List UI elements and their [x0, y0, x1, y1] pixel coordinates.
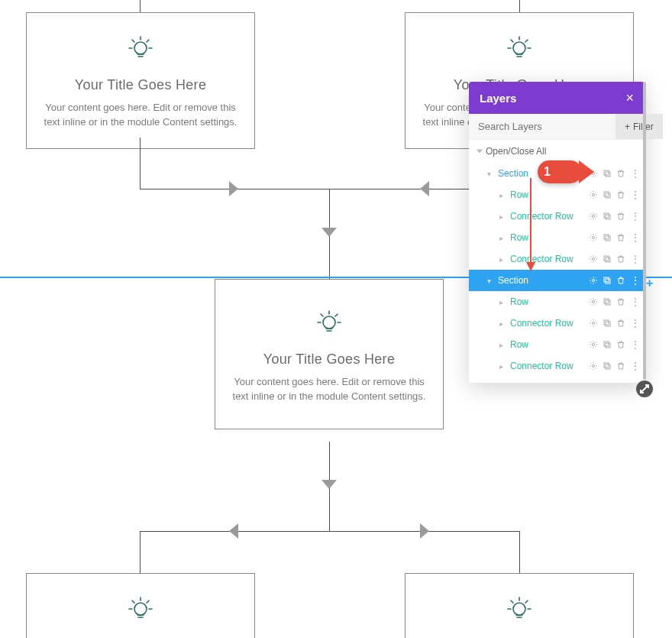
- connector-line: [140, 0, 141, 13]
- lightbulb-icon: [312, 307, 347, 338]
- more-icon[interactable]: ⋮: [630, 189, 640, 200]
- connector-line: [140, 138, 141, 189]
- svg-point-11: [593, 215, 595, 218]
- add-section-button[interactable]: +: [646, 277, 653, 290]
- layer-item-label: Row: [510, 232, 589, 243]
- duplicate-icon[interactable]: [603, 276, 612, 285]
- layer-item[interactable]: ▸Connector Row⋮: [469, 248, 645, 270]
- svg-rect-7: [604, 170, 609, 175]
- caret-right-icon[interactable]: ▸: [499, 191, 507, 199]
- more-icon[interactable]: ⋮: [630, 318, 640, 329]
- blurb-card[interactable]: Your Title Goes Here Your content goes h…: [26, 12, 255, 149]
- more-icon[interactable]: ⋮: [630, 168, 640, 179]
- more-icon[interactable]: ⋮: [630, 275, 640, 286]
- trash-icon[interactable]: [616, 190, 625, 199]
- duplicate-icon[interactable]: [603, 212, 612, 221]
- resize-handle[interactable]: [636, 381, 653, 397]
- layer-item[interactable]: ▾Section⋮: [469, 270, 645, 291]
- layer-item[interactable]: ▸Row⋮: [469, 334, 645, 355]
- trash-icon[interactable]: [616, 297, 625, 306]
- duplicate-icon[interactable]: [603, 254, 612, 264]
- svg-point-32: [593, 365, 595, 368]
- more-icon[interactable]: ⋮: [630, 232, 640, 243]
- layer-item-actions: ⋮: [589, 318, 640, 329]
- svg-point-17: [593, 258, 595, 261]
- svg-point-8: [593, 194, 595, 196]
- builder-canvas[interactable]: Your Title Goes Here Your content goes h…: [0, 0, 672, 638]
- close-icon[interactable]: ×: [625, 91, 634, 105]
- trash-icon[interactable]: [616, 233, 625, 242]
- gear-icon[interactable]: [589, 190, 598, 199]
- layer-item-label: Section: [498, 275, 589, 286]
- open-close-all-label: Open/Close All: [486, 146, 546, 157]
- layers-list: ▾Section⋮▸Row⋮▸Connector Row⋮▸Row⋮▸Conne…: [469, 163, 645, 383]
- gear-icon[interactable]: [589, 319, 598, 328]
- svg-rect-28: [604, 320, 609, 325]
- layer-item[interactable]: ▸Row⋮: [469, 184, 645, 206]
- duplicate-icon[interactable]: [603, 233, 612, 242]
- trash-icon[interactable]: [616, 361, 625, 371]
- trash-icon[interactable]: [616, 276, 625, 285]
- svg-point-29: [593, 344, 595, 346]
- trash-icon[interactable]: [616, 340, 625, 349]
- caret-right-icon[interactable]: ▸: [499, 341, 507, 349]
- gear-icon[interactable]: [589, 340, 598, 349]
- more-icon[interactable]: ⋮: [630, 211, 640, 222]
- search-input[interactable]: [469, 114, 615, 139]
- duplicate-icon[interactable]: [603, 361, 612, 371]
- blurb-content: Your content goes here. Edit or remove t…: [229, 375, 429, 404]
- trash-icon[interactable]: [616, 169, 625, 178]
- gear-icon[interactable]: [589, 212, 598, 221]
- duplicate-icon[interactable]: [603, 297, 612, 306]
- filter-button[interactable]: + Filter: [615, 114, 663, 139]
- more-icon[interactable]: ⋮: [630, 339, 640, 350]
- blurb-card[interactable]: Your Title Goes Here Your content goes h…: [215, 279, 444, 429]
- duplicate-icon[interactable]: [603, 169, 612, 178]
- caret-right-icon[interactable]: ▸: [499, 298, 507, 306]
- layer-item-actions: ⋮: [589, 189, 640, 200]
- svg-rect-30: [606, 343, 610, 348]
- duplicate-icon[interactable]: [603, 340, 612, 349]
- duplicate-icon[interactable]: [603, 319, 612, 328]
- caret-down-icon[interactable]: ▾: [487, 277, 495, 285]
- trash-icon[interactable]: [616, 212, 625, 221]
- blurb-card[interactable]: [405, 573, 634, 638]
- more-icon[interactable]: ⋮: [630, 361, 640, 371]
- gear-icon[interactable]: [589, 276, 598, 285]
- connector-line: [140, 531, 519, 532]
- layer-item-label: Connector Row: [510, 211, 589, 222]
- caret-right-icon[interactable]: ▸: [499, 255, 507, 264]
- layer-item[interactable]: ▸Connector Row⋮: [469, 313, 645, 334]
- layers-panel[interactable]: Layers × + Filter Open/Close All ▾Sectio…: [469, 82, 645, 383]
- layer-item-actions: ⋮: [589, 168, 640, 179]
- svg-rect-22: [604, 277, 609, 282]
- duplicate-icon[interactable]: [603, 190, 612, 199]
- lightbulb-icon: [123, 594, 158, 624]
- layers-panel-header[interactable]: Layers ×: [469, 82, 645, 114]
- gear-icon[interactable]: [589, 297, 598, 306]
- panel-scrollbar[interactable]: [643, 82, 646, 380]
- caret-right-icon[interactable]: ▸: [499, 362, 507, 371]
- more-icon[interactable]: ⋮: [630, 254, 640, 264]
- layer-item-actions: ⋮: [589, 296, 640, 307]
- svg-point-4: [513, 603, 525, 615]
- trash-icon[interactable]: [616, 254, 625, 264]
- layer-item[interactable]: ▸Connector Row⋮: [469, 206, 645, 227]
- gear-icon[interactable]: [589, 254, 598, 264]
- connector-arrow-right-icon: [420, 523, 429, 539]
- caret-down-icon[interactable]: ▾: [487, 170, 495, 178]
- caret-right-icon[interactable]: ▸: [499, 319, 507, 328]
- more-icon[interactable]: ⋮: [630, 296, 640, 307]
- svg-rect-18: [606, 257, 610, 262]
- layer-item[interactable]: ▸Row⋮: [469, 291, 645, 313]
- caret-right-icon[interactable]: ▸: [499, 234, 507, 242]
- layer-item[interactable]: ▸Row⋮: [469, 227, 645, 248]
- trash-icon[interactable]: [616, 319, 625, 328]
- layer-item[interactable]: ▸Connector Row⋮: [469, 355, 645, 377]
- blurb-card[interactable]: [26, 573, 255, 638]
- blurb-title: Your Title Goes Here: [40, 77, 241, 93]
- open-close-all-toggle[interactable]: Open/Close All: [469, 140, 645, 163]
- gear-icon[interactable]: [589, 233, 598, 242]
- caret-right-icon[interactable]: ▸: [499, 212, 507, 221]
- gear-icon[interactable]: [589, 361, 598, 371]
